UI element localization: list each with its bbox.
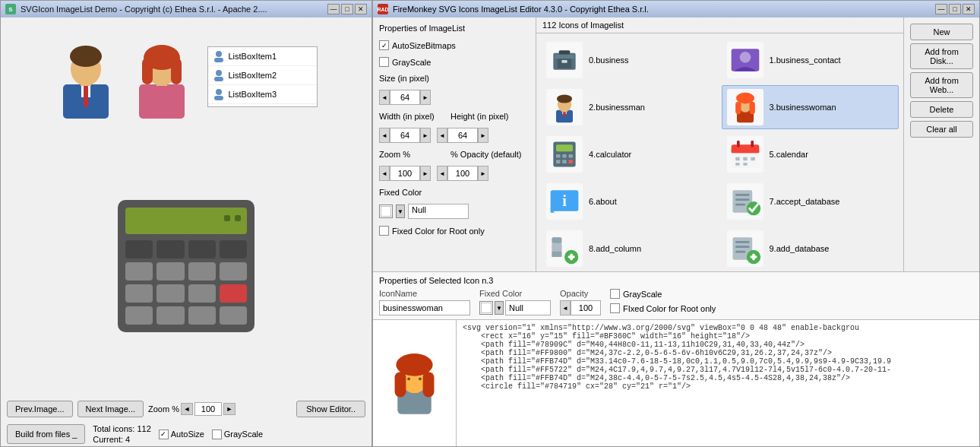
icon-cell-add-database[interactable]: 9.add_database (722, 227, 899, 271)
color-dropdown-button[interactable]: ▼ (396, 204, 405, 218)
icon-cell-business[interactable]: 0.business (541, 38, 719, 82)
grayscale-checkbox[interactable] (212, 430, 222, 439)
svg-rect-83 (423, 372, 435, 397)
icon-name-input[interactable] (379, 300, 470, 315)
fixed-color-root-checkbox[interactable] (379, 226, 389, 236)
maximize-button[interactable]: □ (341, 4, 353, 14)
icon-cell-add-column[interactable]: 8.add_column (541, 227, 719, 271)
calc-btn[interactable] (188, 240, 216, 258)
icon-cell-accept-database[interactable]: 7.accept_database (722, 179, 899, 224)
autosize-checkbox[interactable] (159, 430, 169, 439)
width-decrease-button[interactable]: ◄ (379, 128, 390, 143)
calc-btn[interactable] (125, 262, 153, 281)
zoom-decrease-button[interactable]: ◄ (181, 403, 193, 415)
icon-cell-calculator[interactable]: 4.calculator (541, 132, 719, 176)
svg-point-15 (216, 70, 222, 76)
autosize-check-label[interactable]: AutoSize (159, 430, 204, 439)
list-item[interactable]: ListBoxItem2 (208, 66, 317, 85)
zoom-increase-button[interactable]: ► (420, 166, 431, 181)
sel-color-dropdown-button[interactable]: ▼ (495, 301, 504, 315)
prev-image-button[interactable]: Prev.Image... (7, 401, 73, 417)
grayscale-sel-checkbox[interactable] (610, 289, 620, 299)
minimize-button[interactable]: — (327, 4, 340, 14)
autosize-bitmaps-checkbox[interactable] (379, 40, 389, 50)
calc-btn[interactable] (125, 306, 153, 325)
calc-btn[interactable] (156, 240, 184, 258)
calc-btn[interactable] (188, 284, 216, 303)
calc-btn[interactable] (220, 262, 247, 281)
svg-rect-6 (139, 84, 185, 119)
height-decrease-button[interactable]: ◄ (437, 128, 447, 143)
svg-rect-66 (552, 252, 562, 257)
calc-btn[interactable] (220, 240, 247, 258)
grayscale-check-label[interactable]: GrayScale (212, 430, 263, 439)
calc-btn[interactable] (156, 284, 184, 303)
calc-btn[interactable] (125, 284, 153, 303)
zoom-value: 100 (390, 166, 420, 181)
svg-rect-53 (751, 157, 755, 161)
calc-btn[interactable] (220, 306, 247, 325)
add-from-disk-button[interactable]: Add from Disk... (910, 43, 973, 69)
new-button[interactable]: New (910, 24, 973, 40)
calc-btn[interactable] (156, 262, 184, 281)
width-increase-button[interactable]: ► (420, 128, 431, 143)
icon-cell-about[interactable]: i 6.about (541, 179, 719, 224)
zoom-decrease-button[interactable]: ◄ (379, 166, 390, 181)
calc-btn[interactable] (125, 240, 153, 258)
list-item[interactable]: ListBoxItem1 (208, 47, 317, 66)
left-title: SVGIcon ImageList Demo - Copyright (c) E… (21, 5, 323, 14)
close-button[interactable]: ✕ (355, 4, 367, 14)
color-swatch[interactable] (379, 204, 393, 218)
height-increase-button[interactable]: ► (478, 128, 488, 143)
height-spinner: ◄ 64 ► (437, 128, 488, 143)
add-from-web-button[interactable]: Add from Web... (910, 72, 973, 98)
right-minimize-button[interactable]: — (935, 4, 947, 14)
list-item-icon (213, 69, 225, 81)
opacity-decrease-button[interactable]: ◄ (437, 166, 447, 181)
list-item-label: ListBoxItem1 (229, 52, 277, 61)
calc-btn[interactable] (156, 306, 184, 325)
build-from-files-button[interactable]: Build from files _ (7, 424, 85, 444)
right-close-button[interactable]: ✕ (963, 4, 975, 14)
svg-rect-23 (555, 55, 574, 59)
size-decrease-button[interactable]: ◄ (379, 90, 390, 105)
list-item[interactable]: ListBoxItem3 (208, 85, 317, 104)
svg-rect-77 (481, 303, 492, 313)
clear-all-button[interactable]: Clear all (910, 121, 973, 138)
svg-rect-60 (735, 198, 749, 201)
icon-label-about: 6.about (589, 197, 617, 206)
fixed-root-sel-checkbox[interactable] (610, 303, 620, 313)
svg-point-26 (739, 52, 751, 63)
calc-btn-red[interactable] (220, 284, 247, 303)
add-database-svg (729, 232, 762, 265)
next-image-button[interactable]: Next Image... (77, 401, 144, 417)
right-titlebar: RAD FireMonkey SVG Icons ImageList Edito… (373, 1, 979, 17)
sel-color-swatch[interactable] (479, 301, 493, 315)
calc-btn[interactable] (188, 262, 216, 281)
icon-cell-businesswoman[interactable]: 3.businesswoman (722, 85, 899, 129)
svg-rect-39 (556, 144, 573, 151)
svg-rect-18 (214, 96, 223, 100)
right-title: FireMonkey SVG Icons ImageList Editor 4.… (393, 5, 931, 14)
fixed-color-value[interactable]: Null (408, 204, 469, 219)
grayscale-checkbox[interactable] (379, 57, 389, 67)
icon-cell-business-contact[interactable]: 1.business_contact (722, 38, 899, 82)
fixed-color-sel-input[interactable] (505, 300, 551, 315)
icons-grid-container[interactable]: 0.business 1.business_con (536, 33, 903, 271)
zoom-increase-button[interactable]: ► (223, 403, 236, 415)
svg-rect-14 (214, 58, 223, 62)
calc-btn[interactable] (188, 306, 216, 325)
icon-cell-calendar[interactable]: 5.calendar (722, 132, 899, 176)
svg-rect-73 (735, 251, 745, 253)
delete-button[interactable]: Delete (910, 101, 973, 118)
opacity-sel-decrease-button[interactable]: ◄ (560, 300, 571, 315)
right-main-content: Properties of ImageList AutoSizeBitmaps … (373, 17, 979, 271)
right-maximize-button[interactable]: □ (949, 4, 961, 14)
opacity-sel-spinner: ◄ 100 (560, 300, 601, 315)
fixed-color-root-row: Fixed Color for Root only (379, 226, 530, 236)
opacity-increase-button[interactable]: ► (478, 166, 488, 181)
show-editor-button[interactable]: Show Editor.. (296, 401, 365, 417)
svg-point-84 (419, 378, 422, 381)
size-increase-button[interactable]: ► (420, 90, 431, 105)
icon-cell-businessman[interactable]: 2.businessman (541, 85, 719, 129)
